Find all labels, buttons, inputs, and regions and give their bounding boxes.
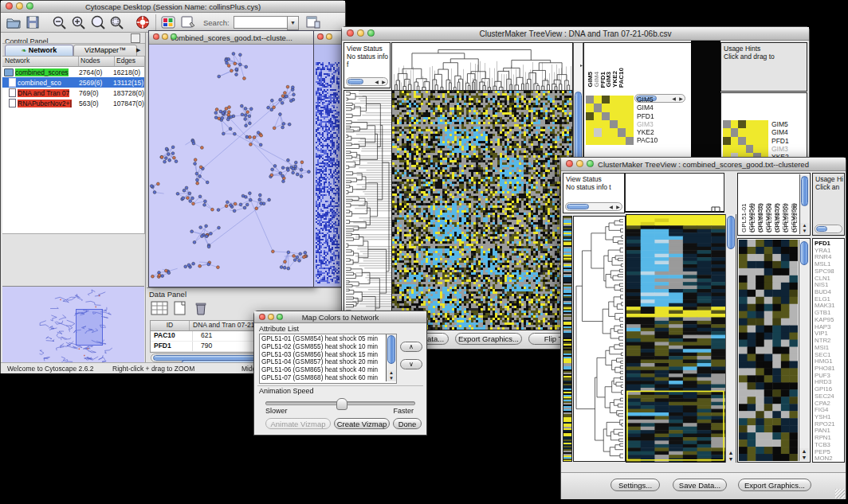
tv1-corner-arrow-icon[interactable]: ▸ [580, 62, 583, 68]
attribute-list-item[interactable]: GPL51-04 (GSM857) heat shock 20 min [261, 358, 385, 366]
gene-label[interactable]: PFD1 [815, 240, 844, 247]
network-list-row[interactable]: RNAPuberNov2+|563(0)107847(0) [2, 98, 144, 108]
annotation-icon[interactable] [179, 15, 195, 29]
netview-close-button[interactable] [153, 33, 159, 40]
tv1-row-dendrogram[interactable] [344, 90, 392, 330]
tv1-close-button[interactable] [347, 29, 354, 37]
netview-minimize-button[interactable] [162, 33, 168, 40]
slider-thumb[interactable] [336, 398, 347, 410]
close-button[interactable] [6, 2, 13, 10]
zoom-button[interactable] [26, 2, 33, 10]
birds-eye-viewport-rect[interactable] [76, 309, 103, 346]
tv1-zoom-heatmap[interactable] [586, 96, 634, 145]
main-titlebar[interactable]: Cytoscape Desktop (Session Name: collins… [1, 1, 345, 13]
network-list-row[interactable]: combined_scores2764(0)16218(0) [2, 67, 144, 77]
gene-label[interactable]: CLN1 [815, 275, 844, 282]
tv2-column-dendrogram[interactable] [625, 173, 724, 213]
gene-label[interactable]: SEC1 [815, 351, 844, 358]
attribute-list-vscrollbar[interactable]: ▲▼ [386, 334, 396, 381]
scroll-arrows-icon[interactable]: ▲▼ [387, 370, 396, 381]
settings--button[interactable]: Settings... [610, 479, 660, 491]
col-header-network[interactable]: Network [2, 57, 79, 66]
done-button[interactable]: Done [393, 418, 422, 429]
gene-label[interactable]: SEC24 [815, 393, 844, 400]
scroll-left-icon[interactable]: ◀ [373, 78, 380, 87]
tv2-close-button[interactable] [566, 160, 573, 167]
tv2-zoom-heatmap[interactable] [739, 240, 798, 461]
scroll-right-icon[interactable]: ▶ [380, 78, 387, 87]
dialog-close-button[interactable] [259, 314, 265, 320]
gene-label[interactable]: YRA1 [815, 247, 844, 254]
tv2-row-dendrogram[interactable] [573, 216, 626, 462]
attribute-list-item[interactable]: GPL51-01 (GSM854) heat shock 05 min [261, 335, 385, 343]
tv1-global-heatmap[interactable] [391, 90, 573, 330]
export-graphics--button[interactable]: Export Graphics... [738, 479, 811, 491]
gene-label[interactable]: RNR4 [815, 253, 844, 260]
birds-eye-view[interactable] [2, 286, 144, 369]
tab-network[interactable]: ❧ Network [5, 45, 73, 57]
scroll-left-icon[interactable]: ◀ [607, 203, 614, 212]
zoom-fit-icon[interactable] [90, 15, 106, 29]
scroll-arrows-icon[interactable]: ▲▼ [800, 223, 809, 234]
tv2-zoom-vscrollbar[interactable]: ▲▼ [799, 240, 809, 461]
tv1-zoom-button[interactable] [367, 29, 375, 37]
tab-overflow-button[interactable]: ▶ [136, 45, 143, 54]
data-col-id[interactable]: ID [151, 321, 190, 330]
gene-label[interactable]: HRD3 [815, 378, 844, 385]
gene-label[interactable]: TCB3 [815, 441, 844, 448]
gene-label[interactable]: CPA2 [815, 400, 844, 407]
gene-label[interactable]: RPO21 [815, 420, 844, 428]
dialog-minimize-button[interactable] [268, 314, 274, 320]
gene-label[interactable]: MSI1 [815, 344, 844, 351]
scroll-right-icon[interactable]: ▶ [614, 203, 622, 212]
bg-window-minimize-button[interactable] [326, 33, 332, 40]
gene-label[interactable]: PEP5 [815, 448, 844, 455]
network-list-row[interactable]: DNA and Tran 07769(0)183728(0) [2, 88, 144, 98]
network-canvas[interactable] [149, 45, 312, 286]
open-file-icon[interactable] [6, 15, 22, 29]
tv2-heatmap-vscrollbar[interactable]: ▲▼ [725, 214, 736, 463]
attribute-list-item[interactable]: GPL51-02 (GSM855) heat shock 10 min [261, 343, 385, 351]
attribute-list-item[interactable]: GPL51-07 (GSM868) heat shock 60 min [261, 374, 385, 382]
move-down-button[interactable]: ∨ [400, 359, 422, 369]
col-header-edges[interactable]: Edges [115, 57, 144, 66]
attribute-list-item[interactable]: GPL51-03 (GSM856) heat shock 15 min [261, 351, 385, 359]
scroll-left-icon[interactable]: ◀ [670, 95, 677, 104]
gene-label[interactable]: FIG4 [815, 406, 844, 413]
search-dropdown-button[interactable]: ▼ [287, 16, 299, 30]
gene-label[interactable]: PHO81 [815, 365, 844, 372]
bg-window-close-button[interactable] [317, 33, 324, 40]
gene-label[interactable]: GTB1 [815, 309, 844, 316]
gene-label[interactable]: NTR2 [815, 337, 844, 344]
tv2-hints-hscrollbar[interactable] [815, 225, 842, 233]
tv2-status-hscrollbar[interactable]: ◀ ▶ [565, 202, 622, 211]
attribute-list-item[interactable]: GPL51-06 (GSM865) heat shock 40 min [261, 366, 385, 374]
tv2-global-pixel-strip[interactable] [563, 216, 572, 462]
float-panel-icon[interactable] [131, 33, 140, 43]
zoom-selected-icon[interactable] [109, 15, 125, 29]
search-input[interactable] [234, 16, 288, 29]
gene-label[interactable]: SPC98 [815, 268, 844, 275]
help-lifering-icon[interactable] [135, 15, 151, 29]
gene-label[interactable]: RPN1 [815, 434, 844, 441]
gene-label[interactable]: NIS1 [815, 281, 844, 288]
create-vizmap-button[interactable]: Create Vizmap [334, 418, 390, 429]
tv2-minimize-button[interactable] [576, 160, 583, 167]
table-icon[interactable] [151, 301, 168, 315]
scroll-arrows-icon[interactable]: ▲▼ [799, 448, 809, 461]
gene-label[interactable]: MAK31 [815, 302, 844, 309]
gene-label[interactable]: HAP3 [815, 323, 844, 330]
vizmapper-icon[interactable] [160, 15, 176, 29]
resize-grip[interactable] [835, 489, 845, 498]
attribute-browser-icon[interactable] [305, 15, 321, 29]
col-header-nodes[interactable]: Nodes [79, 57, 115, 66]
netview-zoom-button[interactable] [171, 33, 177, 40]
gene-label[interactable]: PAN1 [815, 427, 844, 434]
animation-speed-slider[interactable] [265, 401, 415, 405]
tv1-column-dendrogram[interactable] [391, 42, 573, 92]
move-up-button[interactable]: ∧ [400, 342, 422, 352]
gene-label[interactable]: GPI16 [815, 385, 844, 393]
gene-label[interactable]: KAP95 [815, 316, 844, 323]
gene-label[interactable]: BUD4 [815, 288, 844, 295]
gene-label[interactable]: YSH1 [815, 413, 844, 420]
